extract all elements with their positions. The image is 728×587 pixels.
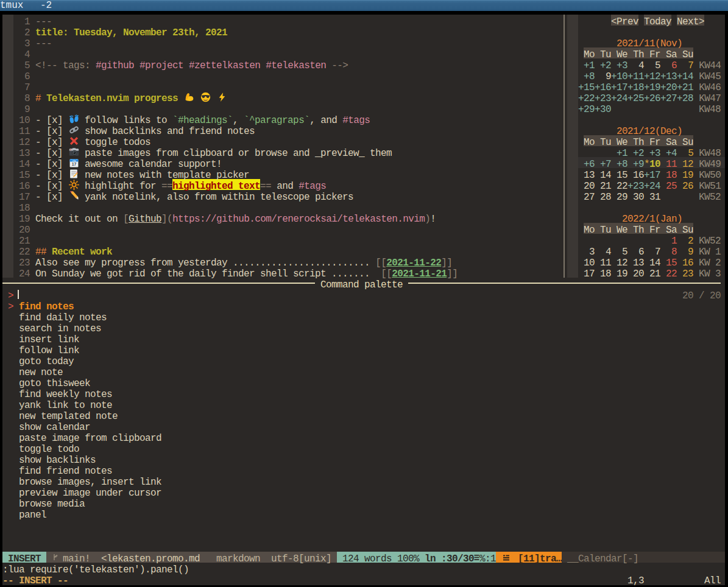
svg-text:17: 17 xyxy=(71,162,76,166)
svg-text:July: July xyxy=(72,159,76,161)
